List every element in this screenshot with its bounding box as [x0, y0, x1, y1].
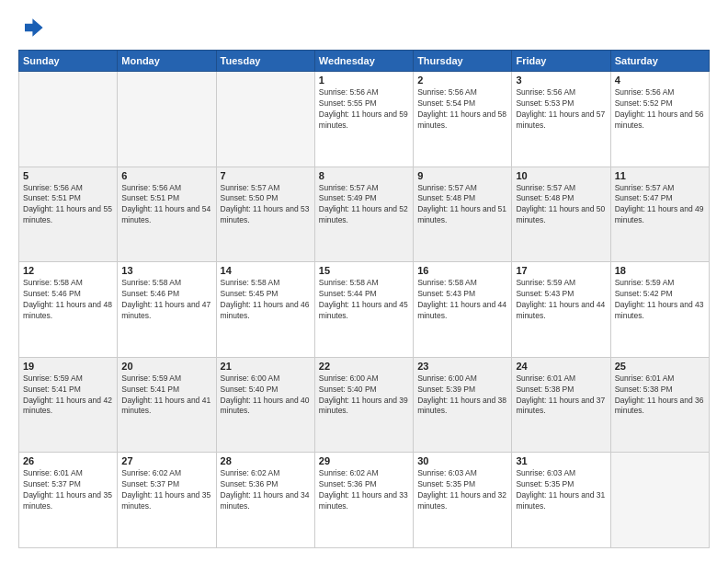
day-number: 22	[319, 361, 409, 372]
day-info: Sunrise: 5:59 AMSunset: 5:41 PMDaylight:…	[23, 373, 113, 418]
calendar-cell: 15Sunrise: 5:58 AMSunset: 5:44 PMDayligh…	[314, 262, 413, 358]
calendar-week-row: 12Sunrise: 5:58 AMSunset: 5:46 PMDayligh…	[19, 262, 710, 358]
day-info: Sunrise: 6:03 AMSunset: 5:35 PMDaylight:…	[417, 468, 507, 512]
day-info: Sunrise: 5:57 AMSunset: 5:49 PMDaylight:…	[319, 183, 409, 227]
day-info: Sunrise: 5:58 AMSunset: 5:43 PMDaylight:…	[417, 278, 507, 322]
day-number: 29	[319, 455, 409, 466]
day-info: Sunrise: 5:59 AMSunset: 5:41 PMDaylight:…	[121, 373, 211, 418]
day-info: Sunrise: 6:02 AMSunset: 5:36 PMDaylight:…	[221, 468, 311, 512]
weekday-thursday: Thursday	[414, 51, 512, 72]
day-number: 5	[23, 170, 113, 181]
calendar-cell: 10Sunrise: 5:57 AMSunset: 5:48 PMDayligh…	[512, 167, 610, 262]
weekday-sunday: Sunday	[19, 51, 118, 72]
calendar-cell: 14Sunrise: 5:58 AMSunset: 5:45 PMDayligh…	[216, 262, 314, 358]
day-number: 26	[23, 455, 113, 466]
calendar-cell	[610, 453, 709, 548]
calendar-cell: 2Sunrise: 5:56 AMSunset: 5:54 PMDaylight…	[414, 72, 512, 167]
calendar-cell	[216, 72, 314, 167]
weekday-tuesday: Tuesday	[216, 51, 314, 72]
day-number: 1	[319, 75, 409, 86]
day-info: Sunrise: 5:59 AMSunset: 5:43 PMDaylight:…	[516, 278, 606, 322]
day-number: 15	[319, 265, 409, 276]
page: SundayMondayTuesdayWednesdayThursdayFrid…	[0, 0, 728, 563]
header	[18, 15, 710, 40]
calendar-week-row: 1Sunrise: 5:56 AMSunset: 5:55 PMDaylight…	[19, 72, 710, 167]
day-info: Sunrise: 6:01 AMSunset: 5:38 PMDaylight:…	[615, 373, 705, 418]
calendar-cell: 20Sunrise: 5:59 AMSunset: 5:41 PMDayligh…	[118, 357, 216, 453]
day-number: 7	[221, 170, 311, 181]
day-info: Sunrise: 5:57 AMSunset: 5:48 PMDaylight:…	[516, 183, 606, 227]
calendar-cell: 31Sunrise: 6:03 AMSunset: 5:35 PMDayligh…	[512, 453, 610, 548]
day-number: 4	[615, 75, 705, 86]
day-number: 24	[516, 361, 606, 372]
calendar-week-row: 19Sunrise: 5:59 AMSunset: 5:41 PMDayligh…	[19, 357, 710, 453]
day-number: 13	[121, 265, 211, 276]
calendar-cell: 11Sunrise: 5:57 AMSunset: 5:47 PMDayligh…	[610, 167, 709, 262]
svg-marker-0	[25, 18, 43, 37]
calendar-table: SundayMondayTuesdayWednesdayThursdayFrid…	[18, 50, 710, 548]
day-number: 14	[221, 265, 311, 276]
day-number: 8	[319, 170, 409, 181]
day-number: 10	[516, 170, 606, 181]
calendar-cell: 16Sunrise: 5:58 AMSunset: 5:43 PMDayligh…	[414, 262, 512, 358]
day-info: Sunrise: 5:56 AMSunset: 5:54 PMDaylight:…	[417, 87, 507, 132]
calendar-cell: 25Sunrise: 6:01 AMSunset: 5:38 PMDayligh…	[610, 357, 709, 453]
calendar-cell	[19, 72, 118, 167]
day-info: Sunrise: 5:56 AMSunset: 5:51 PMDaylight:…	[23, 183, 113, 227]
day-number: 6	[121, 170, 211, 181]
logo-icon	[18, 15, 44, 40]
day-number: 17	[516, 265, 606, 276]
day-number: 23	[417, 361, 507, 372]
weekday-header-row: SundayMondayTuesdayWednesdayThursdayFrid…	[19, 51, 710, 72]
day-info: Sunrise: 5:56 AMSunset: 5:55 PMDaylight:…	[319, 87, 409, 132]
day-number: 19	[23, 361, 113, 372]
calendar-cell: 12Sunrise: 5:58 AMSunset: 5:46 PMDayligh…	[19, 262, 118, 358]
day-info: Sunrise: 5:58 AMSunset: 5:45 PMDaylight:…	[221, 278, 311, 322]
day-info: Sunrise: 6:00 AMSunset: 5:40 PMDaylight:…	[221, 373, 311, 418]
calendar-cell: 9Sunrise: 5:57 AMSunset: 5:48 PMDaylight…	[414, 167, 512, 262]
calendar-week-row: 5Sunrise: 5:56 AMSunset: 5:51 PMDaylight…	[19, 167, 710, 262]
day-info: Sunrise: 5:58 AMSunset: 5:46 PMDaylight:…	[23, 278, 113, 322]
calendar-cell: 29Sunrise: 6:02 AMSunset: 5:36 PMDayligh…	[314, 453, 413, 548]
day-info: Sunrise: 5:58 AMSunset: 5:46 PMDaylight:…	[121, 278, 211, 322]
calendar-cell: 21Sunrise: 6:00 AMSunset: 5:40 PMDayligh…	[216, 357, 314, 453]
calendar-cell: 26Sunrise: 6:01 AMSunset: 5:37 PMDayligh…	[19, 453, 118, 548]
day-info: Sunrise: 6:03 AMSunset: 5:35 PMDaylight:…	[516, 468, 606, 512]
calendar-cell: 8Sunrise: 5:57 AMSunset: 5:49 PMDaylight…	[314, 167, 413, 262]
day-info: Sunrise: 5:56 AMSunset: 5:53 PMDaylight:…	[516, 87, 606, 132]
calendar-cell: 24Sunrise: 6:01 AMSunset: 5:38 PMDayligh…	[512, 357, 610, 453]
calendar-cell: 13Sunrise: 5:58 AMSunset: 5:46 PMDayligh…	[118, 262, 216, 358]
day-info: Sunrise: 5:57 AMSunset: 5:50 PMDaylight:…	[221, 183, 311, 227]
day-info: Sunrise: 6:02 AMSunset: 5:37 PMDaylight:…	[121, 468, 211, 512]
calendar-cell	[118, 72, 216, 167]
day-number: 12	[23, 265, 113, 276]
calendar-cell: 27Sunrise: 6:02 AMSunset: 5:37 PMDayligh…	[118, 453, 216, 548]
calendar-cell: 5Sunrise: 5:56 AMSunset: 5:51 PMDaylight…	[19, 167, 118, 262]
day-info: Sunrise: 6:02 AMSunset: 5:36 PMDaylight:…	[319, 468, 409, 512]
day-info: Sunrise: 6:01 AMSunset: 5:37 PMDaylight:…	[23, 468, 113, 512]
calendar-cell: 1Sunrise: 5:56 AMSunset: 5:55 PMDaylight…	[314, 72, 413, 167]
calendar-cell: 18Sunrise: 5:59 AMSunset: 5:42 PMDayligh…	[610, 262, 709, 358]
calendar-week-row: 26Sunrise: 6:01 AMSunset: 5:37 PMDayligh…	[19, 453, 710, 548]
day-number: 9	[417, 170, 507, 181]
calendar-cell: 23Sunrise: 6:00 AMSunset: 5:39 PMDayligh…	[414, 357, 512, 453]
day-number: 20	[121, 361, 211, 372]
day-number: 25	[615, 361, 705, 372]
calendar-cell: 30Sunrise: 6:03 AMSunset: 5:35 PMDayligh…	[414, 453, 512, 548]
day-number: 21	[221, 361, 311, 372]
calendar-cell: 28Sunrise: 6:02 AMSunset: 5:36 PMDayligh…	[216, 453, 314, 548]
calendar-cell: 4Sunrise: 5:56 AMSunset: 5:52 PMDaylight…	[610, 72, 709, 167]
calendar-cell: 17Sunrise: 5:59 AMSunset: 5:43 PMDayligh…	[512, 262, 610, 358]
calendar-cell: 3Sunrise: 5:56 AMSunset: 5:53 PMDaylight…	[512, 72, 610, 167]
day-info: Sunrise: 6:01 AMSunset: 5:38 PMDaylight:…	[516, 373, 606, 418]
day-number: 18	[615, 265, 705, 276]
day-info: Sunrise: 5:56 AMSunset: 5:51 PMDaylight:…	[121, 183, 211, 227]
calendar-cell: 6Sunrise: 5:56 AMSunset: 5:51 PMDaylight…	[118, 167, 216, 262]
day-number: 3	[516, 75, 606, 86]
day-info: Sunrise: 6:00 AMSunset: 5:39 PMDaylight:…	[417, 373, 507, 418]
day-info: Sunrise: 5:57 AMSunset: 5:47 PMDaylight:…	[615, 183, 705, 227]
calendar-cell: 22Sunrise: 6:00 AMSunset: 5:40 PMDayligh…	[314, 357, 413, 453]
logo	[18, 15, 48, 40]
day-number: 30	[417, 455, 507, 466]
calendar-cell: 7Sunrise: 5:57 AMSunset: 5:50 PMDaylight…	[216, 167, 314, 262]
